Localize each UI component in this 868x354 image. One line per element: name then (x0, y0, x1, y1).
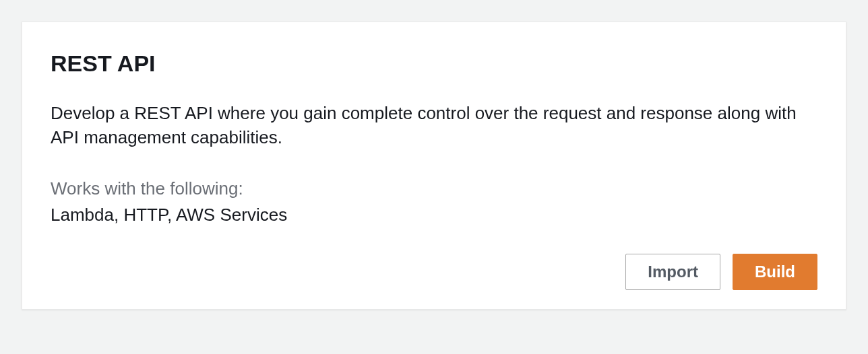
card-description: Develop a REST API where you gain comple… (51, 101, 817, 150)
works-with-value: Lambda, HTTP, AWS Services (51, 205, 817, 225)
card-title: REST API (51, 50, 817, 77)
button-row: Import Build (51, 254, 817, 290)
build-button[interactable]: Build (733, 254, 817, 290)
api-type-card: REST API Develop a REST API where you ga… (22, 22, 846, 310)
import-button[interactable]: Import (625, 254, 720, 290)
works-with-label: Works with the following: (51, 178, 817, 199)
